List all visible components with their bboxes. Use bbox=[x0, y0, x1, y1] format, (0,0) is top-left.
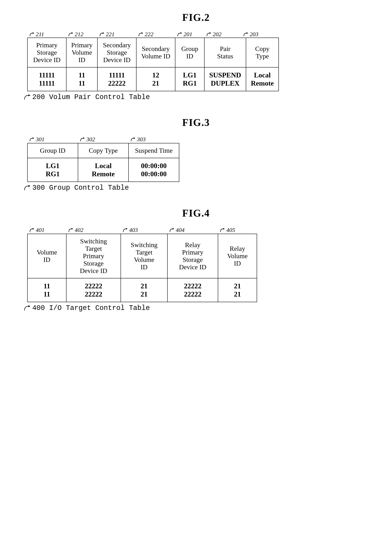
fig2-col-212: PrimaryVolume ID bbox=[66, 38, 98, 67]
ref-301: 301 bbox=[29, 136, 45, 143]
fig4-col-switching-vol: SwitchingTargetVolumeID bbox=[121, 234, 168, 278]
fig3-col-copy-type: Copy Type bbox=[78, 143, 129, 158]
fig3-cell-suspend-time: 00:00:0000:00:00 bbox=[129, 158, 179, 182]
svg-marker-6 bbox=[247, 32, 248, 34]
ref-212: 212 bbox=[68, 31, 84, 38]
fig2-cell-storage-id: 1111111111 bbox=[28, 67, 66, 91]
svg-marker-4 bbox=[180, 32, 182, 34]
ref-403: 403 bbox=[122, 227, 138, 233]
fig2-col-203: CopyType bbox=[246, 38, 279, 67]
fig2-label: 200 Volum Pair Control Table bbox=[23, 93, 376, 101]
fig2-cell-sec-vol-id: 1221 bbox=[136, 67, 175, 91]
fig2-table-label: 200 Volum Pair Control Table bbox=[32, 93, 150, 101]
fig4-title: FIG.4 bbox=[16, 207, 376, 219]
ref-402: 402 bbox=[68, 227, 84, 233]
fig4-cell-relay-vol: 2121 bbox=[218, 278, 257, 302]
fig4-row-1: 1111 2222222222 2121 2222222222 2121 bbox=[28, 278, 257, 302]
fig2-row-1: 1111111111 1111 1111122222 1221 LG1RG1 S… bbox=[28, 67, 279, 91]
fig4-refs: 401 402 403 bbox=[27, 227, 376, 233]
fig2-refs: 211 212 221 bbox=[27, 31, 376, 38]
svg-marker-5 bbox=[210, 32, 211, 34]
svg-marker-17 bbox=[28, 305, 30, 307]
svg-marker-8 bbox=[33, 137, 34, 139]
svg-marker-1 bbox=[72, 32, 73, 34]
fig3-title: FIG.3 bbox=[16, 117, 376, 128]
fig4-cell-relay-primary: 2222222222 bbox=[168, 278, 218, 302]
fig3-table: Group ID Copy Type Suspend Time LG1RG1 L… bbox=[27, 143, 179, 182]
fig3-refs: 301 302 303 bbox=[27, 136, 376, 143]
fig2-col-221: SecondaryStorageDevice ID bbox=[98, 38, 136, 67]
fig4-col-relay-vol: RelayVolumeID bbox=[218, 234, 257, 278]
fig3-col-suspend-time: Suspend Time bbox=[129, 143, 179, 158]
fig4-cell-vol-id: 1111 bbox=[28, 278, 66, 302]
svg-marker-14 bbox=[126, 228, 128, 230]
ref-405: 405 bbox=[220, 227, 235, 233]
fig4-cell-switching-vol: 2121 bbox=[121, 278, 168, 302]
fig4-table-label: 400 I/O Target Control Table bbox=[32, 304, 150, 312]
fig3-row-1: LG1RG1 LocalRemote 00:00:0000:00:00 bbox=[28, 158, 179, 182]
ref-401: 401 bbox=[29, 227, 45, 233]
fig3-container: FIG.3 301 302 bbox=[16, 117, 376, 192]
fig4-col-relay-primary: RelayPrimaryStorageDevice ID bbox=[168, 234, 218, 278]
svg-marker-2 bbox=[103, 32, 104, 34]
ref-404: 404 bbox=[169, 227, 185, 233]
fig4-label: 400 I/O Target Control Table bbox=[23, 304, 376, 312]
fig3-table-label: 300 Group Control Table bbox=[32, 184, 129, 192]
fig3-cell-group-id: LG1RG1 bbox=[28, 158, 78, 182]
ref-221: 221 bbox=[99, 31, 115, 38]
fig2-container: FIG.2 211 212 bbox=[16, 12, 376, 101]
ref-211: 211 bbox=[29, 31, 44, 38]
svg-marker-7 bbox=[28, 94, 30, 96]
ref-201: 201 bbox=[177, 31, 192, 38]
ref-303: 303 bbox=[130, 136, 146, 143]
fig2-cell-vol-id: 1111 bbox=[66, 67, 98, 91]
ref-202: 202 bbox=[206, 31, 221, 38]
fig2-col-201: GroupID bbox=[175, 38, 204, 67]
svg-marker-13 bbox=[72, 228, 73, 230]
ref-302: 302 bbox=[80, 136, 95, 143]
fig2-col-211: PrimaryStorageDevice ID bbox=[28, 38, 66, 67]
fig2-col-222: SecondaryVolume ID bbox=[136, 38, 175, 67]
svg-marker-0 bbox=[33, 32, 34, 34]
svg-marker-9 bbox=[83, 137, 85, 139]
svg-marker-10 bbox=[134, 137, 135, 139]
svg-marker-11 bbox=[28, 185, 30, 187]
fig2-cell-group-id: LG1RG1 bbox=[175, 67, 204, 91]
fig2-col-202: PairStatus bbox=[204, 38, 246, 67]
fig4-container: FIG.4 401 402 bbox=[16, 207, 376, 312]
fig2-title: FIG.2 bbox=[16, 12, 376, 23]
ref-203: 203 bbox=[243, 31, 258, 38]
svg-marker-3 bbox=[142, 32, 143, 34]
fig2-table: PrimaryStorageDevice ID PrimaryVolume ID… bbox=[27, 38, 279, 91]
svg-marker-16 bbox=[223, 228, 225, 230]
svg-marker-12 bbox=[33, 228, 34, 230]
svg-marker-15 bbox=[173, 228, 174, 230]
fig3-col-group-id: Group ID bbox=[28, 143, 78, 158]
fig4-table: VolumeID SwitchingTargetPrimaryStorageDe… bbox=[27, 234, 257, 302]
fig2-cell-copy-type: LocalRemote bbox=[246, 67, 279, 91]
ref-222: 222 bbox=[138, 31, 154, 38]
fig2-cell-sec-storage-id: 1111122222 bbox=[98, 67, 136, 91]
fig3-label: 300 Group Control Table bbox=[23, 184, 376, 192]
fig4-col-vol-id: VolumeID bbox=[28, 234, 66, 278]
fig3-cell-copy-type: LocalRemote bbox=[78, 158, 129, 182]
fig4-cell-switching-primary: 2222222222 bbox=[66, 278, 121, 302]
fig2-cell-pair-status: SUSPENDDUPLEX bbox=[204, 67, 246, 91]
fig4-col-switching-primary: SwitchingTargetPrimaryStorageDevice ID bbox=[66, 234, 121, 278]
